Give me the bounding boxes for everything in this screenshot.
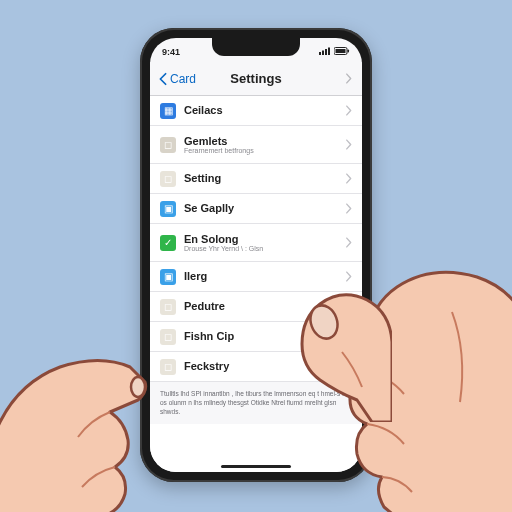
row-text: Setting <box>184 172 337 184</box>
list-item[interactable]: ◻Setting <box>150 164 362 194</box>
chevron-right-icon <box>345 200 352 218</box>
row-text: GemletsFerarnemert betfrongs <box>184 135 337 155</box>
svg-point-7 <box>131 377 145 397</box>
row-icon: ◻ <box>160 171 176 187</box>
back-button[interactable]: Card <box>158 72 196 86</box>
signal-icon <box>319 47 331 57</box>
chevron-right-icon <box>345 136 352 154</box>
list-item[interactable]: ▦Ceilacs <box>150 96 362 126</box>
hand-left-illustration <box>0 272 250 512</box>
nav-chevron-icon <box>345 70 352 88</box>
chevron-left-icon <box>158 72 168 86</box>
row-icon: ✓ <box>160 235 176 251</box>
chevron-right-icon <box>345 170 352 188</box>
svg-rect-0 <box>319 52 321 55</box>
chevron-right-icon <box>345 102 352 120</box>
thumb-right-illustration <box>272 282 392 422</box>
page-title: Settings <box>230 71 281 86</box>
battery-icon <box>334 47 350 57</box>
row-label: Se Gaplly <box>184 202 337 214</box>
row-label: Setting <box>184 172 337 184</box>
list-item[interactable]: ▣Se Gaplly <box>150 194 362 224</box>
nav-bar: Card Settings <box>150 62 362 96</box>
svg-rect-3 <box>328 48 330 56</box>
svg-rect-2 <box>325 49 327 55</box>
svg-rect-6 <box>348 50 350 53</box>
row-label: Gemlets <box>184 135 337 147</box>
status-time: 9:41 <box>162 47 180 57</box>
notch <box>212 38 300 56</box>
row-label: Ceilacs <box>184 104 337 116</box>
row-icon: ▦ <box>160 103 176 119</box>
svg-rect-1 <box>322 51 324 56</box>
list-item[interactable]: ◻GemletsFerarnemert betfrongs <box>150 126 362 164</box>
svg-rect-5 <box>336 49 346 53</box>
row-icon: ◻ <box>160 137 176 153</box>
back-label: Card <box>170 72 196 86</box>
row-sublabel: Ferarnemert betfrongs <box>184 147 337 155</box>
row-text: Ceilacs <box>184 104 337 116</box>
row-icon: ▣ <box>160 201 176 217</box>
row-text: Se Gaplly <box>184 202 337 214</box>
